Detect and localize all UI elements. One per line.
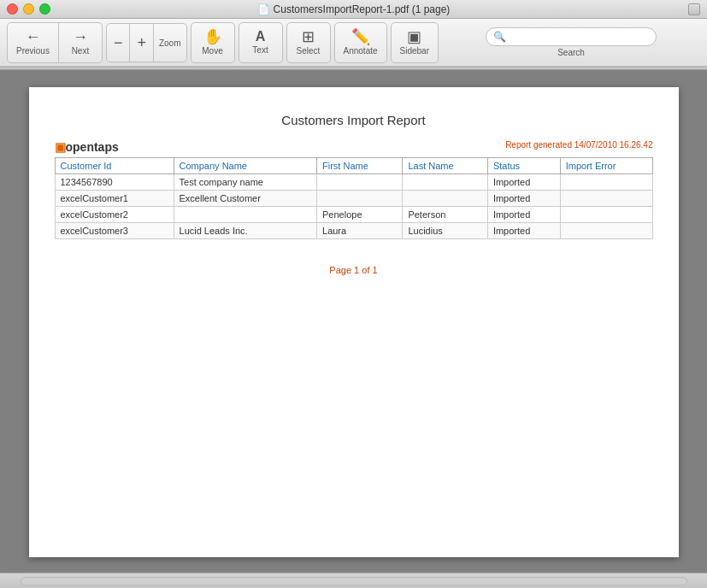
col-last-name: Last Name [403, 158, 488, 174]
move-label: Move [202, 46, 222, 56]
next-label: Next [72, 46, 90, 56]
cell-customer_id: excelCustomer2 [55, 207, 174, 223]
cell-company_name [174, 207, 317, 223]
cell-import_error [560, 207, 652, 223]
zoom-in-button[interactable]: + [130, 24, 154, 62]
text-button[interactable]: A Text [239, 23, 282, 62]
select-icon: ⊞ [302, 29, 315, 44]
close-button[interactable] [7, 3, 18, 15]
cell-import_error [560, 174, 652, 191]
col-import-error: Import Error [560, 158, 652, 174]
cell-last_name: Lucidius [403, 223, 488, 239]
table-row: 1234567890Test company nameImported [55, 174, 652, 191]
col-customer-id: Customer Id [55, 158, 174, 174]
nav-group: ← Previous → Next [7, 22, 103, 63]
logo-bracket-icon: ▣ [55, 140, 66, 154]
col-status: Status [487, 158, 560, 174]
table-header-row: Customer Id Company Name First Name Last… [55, 158, 652, 174]
title-bar: 📄 CustomersImportReport-1.pdf (1 page) [0, 0, 707, 19]
page-footer: Page 1 of 1 [55, 265, 653, 275]
table-row: excelCustomer1Excellent CustomerImported [55, 191, 652, 207]
search-input-wrap: 🔍 [486, 27, 657, 46]
scroll-track[interactable] [21, 577, 687, 585]
cell-company_name: Lucid Leads Inc. [174, 223, 317, 239]
cell-first_name [317, 191, 403, 207]
annotate-icon: ✏️ [351, 29, 370, 44]
search-area: 🔍 Search [442, 27, 700, 57]
cell-customer_id: 1234567890 [55, 174, 174, 191]
zoom-out-button[interactable]: − [107, 24, 131, 62]
next-button[interactable]: → Next [59, 23, 102, 62]
search-icon: 🔍 [493, 31, 506, 43]
minimize-button[interactable] [23, 3, 34, 15]
report-table: Customer Id Company Name First Name Last… [55, 157, 653, 239]
search-label: Search [557, 48, 585, 57]
annotate-group: ✏️ Annotate [334, 22, 387, 63]
move-group: ✋ Move [191, 22, 235, 63]
select-button[interactable]: ⊞ Select [287, 23, 330, 62]
cell-company_name: Test company name [174, 174, 317, 191]
table-row: excelCustomer3Lucid Leads Inc.LauraLucid… [55, 223, 652, 239]
cell-company_name: Excellent Customer [174, 191, 317, 207]
col-first-name: First Name [317, 158, 403, 174]
zoom-out-icon: − [114, 35, 123, 50]
pdf-page: Customers Import Report ▣opentaps Report… [29, 87, 679, 557]
text-group: A Text [239, 22, 283, 63]
report-title: Customers Import Report [55, 113, 653, 127]
pdf-icon: 📄 [257, 3, 270, 15]
window-title: 📄 CustomersImportReport-1.pdf (1 page) [257, 3, 451, 15]
zoom-in-icon: + [137, 35, 146, 50]
zoom-label: Zoom [159, 38, 181, 48]
move-button[interactable]: ✋ Move [191, 23, 234, 62]
select-label: Select [297, 46, 321, 56]
cell-status: Imported [487, 207, 560, 223]
cell-last_name [403, 191, 488, 207]
annotate-label: Annotate [344, 46, 378, 56]
cell-status: Imported [487, 174, 560, 191]
zoom-group: − + Zoom [106, 23, 187, 62]
cell-first_name: Penelope [317, 207, 403, 223]
logo: ▣opentaps [55, 140, 119, 154]
sidebar-icon: ▣ [407, 29, 421, 44]
select-group: ⊞ Select [286, 22, 331, 63]
cell-first_name [317, 174, 403, 191]
annotate-button[interactable]: ✏️ Annotate [335, 23, 386, 62]
bottom-bar [0, 573, 707, 588]
toolbar: ← Previous → Next − + Zoom ✋ Move A Text [0, 19, 707, 67]
previous-label: Previous [16, 46, 50, 56]
document-area[interactable]: Customers Import Report ▣opentaps Report… [0, 70, 707, 573]
cell-customer_id: excelCustomer1 [55, 191, 174, 207]
previous-button[interactable]: ← Previous [8, 23, 59, 62]
cell-first_name: Laura [317, 223, 403, 239]
sidebar-button[interactable]: ▣ Sidebar [392, 23, 438, 62]
search-input[interactable] [510, 31, 638, 43]
text-icon: A [256, 30, 266, 44]
logo-area: ▣opentaps Report generated 14/07/2010 16… [55, 140, 653, 154]
cell-status: Imported [487, 223, 560, 239]
sidebar-group: ▣ Sidebar [391, 22, 439, 63]
col-company-name: Company Name [174, 158, 317, 174]
window-resize-button[interactable] [688, 3, 700, 15]
previous-icon: ← [25, 29, 40, 44]
maximize-button[interactable] [39, 3, 50, 15]
cell-last_name [403, 174, 488, 191]
cell-status: Imported [487, 191, 560, 207]
text-label: Text [252, 45, 268, 55]
cell-import_error [560, 223, 652, 239]
next-icon: → [73, 29, 88, 44]
cell-import_error [560, 191, 652, 207]
report-date: Report generated 14/07/2010 16.26.42 [505, 140, 652, 150]
cell-customer_id: excelCustomer3 [55, 223, 174, 239]
cell-last_name: Peterson [403, 207, 488, 223]
table-row: excelCustomer2PenelopePetersonImported [55, 207, 652, 223]
traffic-lights [7, 3, 50, 15]
move-icon: ✋ [203, 29, 222, 44]
sidebar-label: Sidebar [400, 46, 429, 56]
